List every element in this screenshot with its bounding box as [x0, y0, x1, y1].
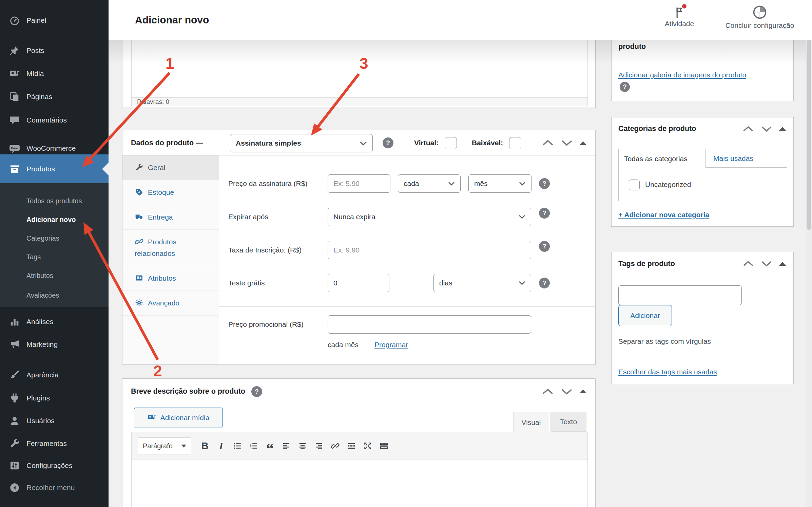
move-up-icon[interactable]	[542, 139, 554, 147]
sidebar-item-ferramentas[interactable]: Ferramentas	[0, 432, 109, 455]
add-gallery-link[interactable]: Adicionar galeria de imagens do produto	[618, 68, 746, 82]
sidebar-item-tags[interactable]: Tags	[0, 248, 109, 266]
media-icon	[9, 68, 20, 79]
help-icon[interactable]: ?	[251, 386, 262, 397]
tags-input[interactable]	[618, 285, 742, 305]
italic-icon: I	[219, 440, 223, 452]
trial-input[interactable]	[328, 274, 389, 292]
tab-atributos[interactable]: Atributos	[122, 266, 219, 291]
schedule-link[interactable]: Programar	[374, 337, 408, 352]
numbered-list-button[interactable]: 123	[247, 437, 260, 454]
sidebar-item-avaliacoes[interactable]: Avaliações	[0, 286, 109, 305]
product-type-select[interactable]: Assinatura simples	[230, 134, 373, 152]
collapse-toggle-icon[interactable]	[779, 262, 786, 266]
trial-unit-value: dias	[439, 279, 452, 287]
paragraph-dropdown[interactable]: Parágrafo	[138, 437, 191, 454]
tab-estoque[interactable]: Estoque	[122, 180, 219, 205]
sidebar-item-todos-os-produtos[interactable]: Todos os produtos	[0, 192, 109, 210]
finish-setup-button[interactable]: Concluir configuração	[714, 5, 806, 36]
sidebar-item-categorias[interactable]: Categorias	[0, 229, 109, 248]
sidebar-item-aparencia[interactable]: Aparência	[0, 363, 109, 387]
bullet-list-button[interactable]	[231, 437, 244, 454]
category-checkbox[interactable]	[629, 180, 640, 190]
help-icon[interactable]: ?	[539, 208, 550, 219]
sidebar-item-midia[interactable]: Mídia	[0, 62, 109, 85]
period-select[interactable]: mês	[468, 174, 531, 193]
trial-unit-select[interactable]: dias	[433, 274, 531, 292]
help-icon[interactable]: ?	[539, 178, 550, 189]
move-down-icon[interactable]	[761, 125, 772, 133]
tab-produtos-relacionados[interactable]: Produtos relacionados	[122, 230, 219, 266]
categories-header: Categorias de produto	[612, 117, 793, 140]
tab-geral[interactable]: Geral	[122, 155, 219, 180]
sidebar-item-usuarios[interactable]: Usuários	[0, 409, 109, 432]
sidebar-item-paginas[interactable]: Páginas	[0, 85, 109, 108]
tab-texto[interactable]: Texto	[550, 412, 586, 432]
help-icon[interactable]: ?	[383, 137, 393, 148]
sidebar-item-atributos[interactable]: Atributos	[0, 266, 109, 285]
collapse-toggle-icon[interactable]	[580, 390, 586, 393]
activity-label: Atividade	[665, 20, 694, 28]
activity-button[interactable]: Atividade	[660, 5, 699, 36]
interval-select[interactable]: cada	[398, 174, 461, 193]
align-right-icon	[314, 442, 323, 450]
bold-button[interactable]: B	[198, 437, 212, 454]
move-down-icon[interactable]	[561, 388, 573, 395]
short-description-content[interactable]	[132, 460, 587, 507]
keyboard-shortcuts-button[interactable]	[377, 437, 391, 454]
insert-link-button[interactable]	[328, 437, 342, 454]
settings-icon	[9, 460, 20, 471]
add-media-button[interactable]: Adicionar mídia	[134, 408, 223, 428]
sidebar-item-posts[interactable]: Posts	[0, 39, 109, 62]
move-up-icon[interactable]	[542, 388, 554, 395]
virtual-checkbox[interactable]	[445, 137, 457, 149]
sidebar-item-painel[interactable]: Painel	[0, 9, 109, 32]
tab-entrega[interactable]: Entrega	[122, 205, 219, 230]
tab-avancado[interactable]: Avançado	[122, 291, 219, 316]
tab-all-categories[interactable]: Todas as categorias	[618, 149, 706, 168]
help-icon[interactable]: ?	[539, 241, 550, 252]
fullscreen-button[interactable]	[361, 437, 374, 454]
notification-dot	[682, 4, 687, 8]
sale-price-input[interactable]	[328, 315, 531, 334]
sidebar-item-configuracoes[interactable]: Configurações	[0, 454, 109, 477]
align-right-button[interactable]	[312, 437, 326, 454]
read-more-button[interactable]	[345, 437, 358, 454]
sidebar-item-adicionar-novo[interactable]: Adicionar novo	[0, 210, 109, 229]
wrench-icon	[135, 163, 143, 172]
tab-most-used[interactable]: Mais usadas	[713, 149, 753, 168]
move-down-icon[interactable]	[761, 260, 772, 267]
sidebar-item-label: Painel	[26, 16, 46, 24]
blockquote-button[interactable]: “	[263, 437, 277, 454]
help-icon[interactable]: ?	[620, 82, 630, 92]
sale-price-label: Preço promocional (R$)	[228, 315, 304, 334]
downloadable-checkbox[interactable]	[509, 137, 521, 149]
tags-hint: Separar as tags com vírgulas	[618, 335, 711, 348]
align-center-button[interactable]	[296, 437, 309, 454]
collapse-toggle-icon[interactable]	[580, 141, 586, 145]
sidebar-item-marketing[interactable]: Marketing	[0, 333, 109, 356]
scrollbar-thumb[interactable]	[807, 40, 811, 230]
move-down-icon[interactable]	[561, 139, 573, 147]
fields-divider	[219, 306, 595, 307]
collapse-toggle-icon[interactable]	[779, 127, 786, 131]
sidebar-item-comentarios[interactable]: Comentários	[0, 109, 109, 132]
help-icon[interactable]: ?	[539, 278, 550, 288]
period-value: mês	[474, 180, 488, 188]
tab-visual[interactable]: Visual	[513, 412, 549, 433]
expire-select[interactable]: Nunca expira	[328, 208, 531, 226]
price-input[interactable]	[328, 174, 390, 193]
italic-button[interactable]: I	[214, 437, 228, 454]
align-left-button[interactable]	[279, 437, 293, 454]
choose-tags-link[interactable]: Escolher das tags mais usadas	[618, 365, 717, 379]
sidebar-item-plugins[interactable]: Plugins	[0, 387, 109, 410]
sidebar-item-produtos[interactable]: Produtos	[0, 154, 109, 183]
chevron-down-icon	[448, 182, 455, 186]
collapse-menu-button[interactable]: Recolher menu	[0, 476, 109, 499]
sidebar-item-analises[interactable]: Análises	[0, 310, 109, 333]
move-up-icon[interactable]	[742, 260, 754, 267]
add-category-link[interactable]: + Adicionar nova categoria	[618, 208, 709, 222]
move-up-icon[interactable]	[742, 125, 754, 133]
add-tag-button[interactable]: Adicionar	[618, 305, 672, 326]
signup-fee-input[interactable]	[328, 241, 531, 259]
